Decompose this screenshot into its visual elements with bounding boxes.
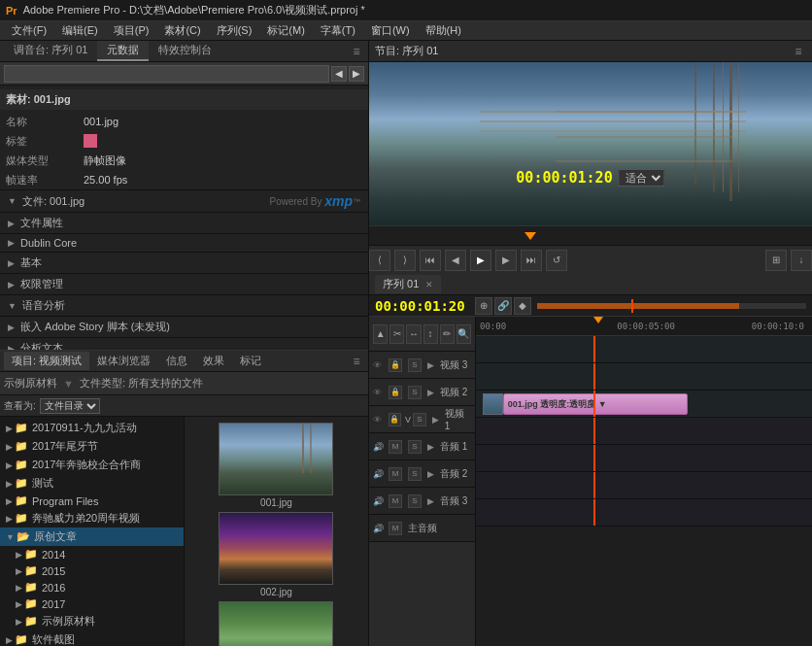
time-ruler[interactable]: 00:00 00:00:05:00 00:00:10:0 <box>476 317 812 336</box>
track-toggle[interactable]: ▶ <box>427 496 434 506</box>
track-toggle[interactable]: ▶ <box>427 442 434 452</box>
mark-out-button[interactable]: ⟩ <box>394 250 416 271</box>
tab-effects-control[interactable]: 特效控制台 <box>149 41 221 61</box>
browse-dropdown[interactable]: 文件目录 <box>40 398 100 414</box>
folder-item[interactable]: ▶ 📁 2017 <box>0 595 184 612</box>
safe-margin-button[interactable]: ⊞ <box>765 250 787 271</box>
menu-item[interactable]: 文件(F) <box>4 21 54 40</box>
track-sync-button[interactable]: S <box>408 386 422 399</box>
step-forward-button[interactable]: ▶ <box>495 250 517 271</box>
export-frame-button[interactable]: ↓ <box>791 250 812 271</box>
link-button[interactable]: 🔗 <box>494 297 512 315</box>
basic-section[interactable]: ▶ 基本 <box>0 252 368 273</box>
audio-1-track[interactable] <box>476 418 812 445</box>
rights-section[interactable]: ▶ 权限管理 <box>0 273 368 294</box>
track-mute-button[interactable]: M <box>389 467 402 481</box>
menu-item[interactable]: 标记(M) <box>259 21 313 40</box>
folder-item[interactable]: ▶ 📁 2015 <box>0 562 184 579</box>
menu-item[interactable]: 序列(S) <box>209 21 260 40</box>
go-to-out-button[interactable]: ⏭ <box>521 250 542 271</box>
folder-item[interactable]: ▶ 📁 2017年尾牙节 <box>0 437 184 456</box>
speech-section[interactable]: ▼ 语音分析 <box>0 294 368 316</box>
sequence-tab[interactable]: 序列 01 ✕ <box>375 275 441 293</box>
add-marker-button[interactable]: ◆ <box>514 297 531 315</box>
menu-item[interactable]: 帮助(H) <box>418 21 469 40</box>
prev-result-button[interactable]: ◀ <box>331 66 347 82</box>
audio-2-track[interactable] <box>476 445 812 472</box>
folder-item[interactable]: ▶ 📁 2017年奔驰校企合作商 <box>0 456 184 474</box>
snap-button[interactable]: ⊕ <box>475 297 492 315</box>
track-mute-button[interactable]: M <box>389 522 402 535</box>
video-3-track[interactable] <box>476 336 812 363</box>
mark-in-button[interactable]: ⟨ <box>369 250 390 271</box>
menu-item[interactable]: 字幕(T) <box>313 21 363 40</box>
track-mute-button[interactable]: M <box>389 440 402 454</box>
project-panel-menu-button[interactable]: ≡ <box>349 354 364 369</box>
track-lock-button[interactable]: 🔒 <box>389 413 402 426</box>
track-mute-button[interactable]: M <box>389 494 402 508</box>
track-lock-button[interactable]: 🔒 <box>389 358 402 372</box>
track-toggle[interactable]: ▶ <box>427 360 434 370</box>
menu-item[interactable]: 项目(P) <box>106 21 157 40</box>
ripple-tool[interactable]: ↔ <box>406 324 421 344</box>
story-section[interactable]: ▶ 嵌入 Adobe Story 脚本 (未发现) <box>0 316 368 337</box>
track-sync-button[interactable]: S <box>408 358 422 372</box>
media-thumbnail[interactable]: 002.jpg <box>219 512 335 597</box>
roll-tool[interactable]: ↕ <box>423 324 438 344</box>
menu-item[interactable]: 素材(C) <box>156 21 208 40</box>
track-solo-button[interactable]: S <box>408 494 422 508</box>
loop-button[interactable]: ↺ <box>546 250 567 271</box>
play-button[interactable]: ▶ <box>470 250 491 271</box>
folder-item[interactable]: ▶ 📁 软件截图 <box>0 630 184 646</box>
folder-item[interactable]: ▶ 📁 Program Files <box>0 493 184 509</box>
folder-item[interactable]: ▶ 📁 示例原材料 <box>0 612 184 630</box>
menu-item[interactable]: 窗口(W) <box>363 21 418 40</box>
preview-menu-button[interactable]: ≡ <box>791 44 806 59</box>
panel-menu-button[interactable]: ≡ <box>349 44 364 59</box>
menu-item[interactable]: 编辑(E) <box>54 21 106 40</box>
tab-project[interactable]: 项目: 视频测试 <box>4 352 89 370</box>
tab-info[interactable]: 信息 <box>158 352 195 370</box>
audio-3-track[interactable] <box>476 472 812 499</box>
metadata-search-input[interactable] <box>4 65 329 83</box>
track-solo-button[interactable]: S <box>408 440 422 454</box>
video-2-track[interactable] <box>476 363 812 391</box>
track-toggle[interactable]: ▶ <box>427 388 434 397</box>
tab-mixer[interactable]: 调音台: 序列 01 <box>4 41 97 61</box>
track-toggle[interactable]: ▶ <box>432 415 439 425</box>
video-track-1-controls: 👁 🔒 V S ▶ 视频 1 <box>369 406 475 433</box>
file-props-section[interactable]: ▶ 文件属性 <box>0 212 368 233</box>
track-solo-button[interactable]: S <box>408 467 422 481</box>
zoom-tool[interactable]: 🔍 <box>457 324 471 344</box>
timeline-scrubbar[interactable] <box>537 303 806 309</box>
go-to-in-button[interactable]: ⏮ <box>420 250 441 271</box>
media-thumbnail[interactable]: 001.jpg <box>219 423 335 508</box>
select-tool[interactable]: ▲ <box>373 324 388 344</box>
tab-markers[interactable]: 标记 <box>232 352 269 370</box>
folder-item[interactable]: ▶ 📁 测试 <box>0 474 184 493</box>
folder-item[interactable]: ▶ 📁 2016 <box>0 579 184 595</box>
fit-dropdown[interactable]: 适合 <box>619 169 665 187</box>
file-section-header[interactable]: ▼ 文件: 001.jpg Powered By xmp ™ <box>0 189 368 212</box>
razor-tool[interactable]: ✂ <box>389 324 404 344</box>
folder-item[interactable]: ▶ 📁 20170911-九九九活动 <box>0 419 184 437</box>
next-result-button[interactable]: ▶ <box>349 66 364 82</box>
sequence-tab-close[interactable]: ✕ <box>425 280 433 289</box>
analysis-section[interactable]: ▶ 分析文本 <box>0 337 368 350</box>
folder-item[interactable]: ▶ 📁 2014 <box>0 546 184 562</box>
dublin-core-section[interactable]: ▶ Dublin Core <box>0 233 368 252</box>
master-audio-track[interactable] <box>476 499 812 527</box>
folder-item[interactable]: ▶ 📁 奔驰威力弟20周年视频 <box>0 509 184 527</box>
track-sync-button[interactable]: S <box>413 413 426 426</box>
tab-media-browser[interactable]: 媒体浏览器 <box>89 352 158 370</box>
preview-scrubber[interactable] <box>369 225 812 245</box>
folder-item[interactable]: ▼ 📂 原创文章 <box>0 527 184 546</box>
tab-metadata[interactable]: 元数据 <box>97 41 149 61</box>
track-lock-button[interactable]: 🔒 <box>389 386 402 399</box>
media-thumbnail[interactable]: 003.jpg <box>219 601 335 646</box>
video-1-track[interactable]: 001.jpg 透明度:透明度 ▼ <box>476 391 812 418</box>
step-back-button[interactable]: ◀ <box>445 250 466 271</box>
track-toggle[interactable]: ▶ <box>427 469 434 479</box>
tab-effects[interactable]: 效果 <box>195 352 232 370</box>
pen-tool[interactable]: ✏ <box>440 324 455 344</box>
